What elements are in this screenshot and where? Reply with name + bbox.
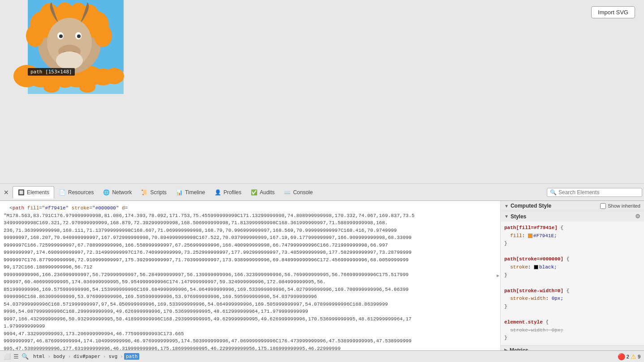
devtools-body: <path fill="#f7941e" stroke="#000000" d=… [0,201,644,350]
code-panel[interactable]: <path fill="#f7941e" stroke="#000000" d=… [0,201,501,350]
tab-timeline[interactable]: 📊 Timeline [171,186,210,199]
tab-resources-label: Resources [68,189,94,196]
css-prop-stroke: stroke [510,264,528,270]
tab-scripts-label: Scripts [150,189,167,196]
svg-point-27 [56,51,83,69]
breadcrumb-svg[interactable]: svg [107,353,119,360]
breadcrumb-path[interactable]: path [124,353,140,360]
styles-content: path[fill=#f7941e] { fill: #F7941E; } pa… [501,221,644,345]
breadcrumb-sep-1: › [48,353,51,359]
svg-point-28 [43,82,60,93]
styles-panel: Computed Style Show inherited Styles ⚙ [501,201,644,350]
canvas-area: Import SVG [0,0,644,183]
css-selector-3: path[stroke-width=0] [504,288,563,294]
css-rule-3: path[stroke-width=0] { stroke-width: 0px… [504,287,640,311]
css-selector-4: element.style [504,319,543,325]
scripts-icon: 📜 [141,189,148,196]
css-selector-1: path[fill=#f7941e] [504,225,558,230]
search-icon: 🔍 [550,189,557,196]
svg-point-29 [79,82,95,93]
search-input[interactable] [558,189,639,196]
tab-audits-label: Audits [260,189,275,196]
computed-style-header[interactable]: Computed Style Show inherited [501,201,644,211]
styles-section: Styles ⚙ path[fill=#f7941e] { fill: #F79… [501,211,644,345]
svg-artwork: path [153×148] [0,0,128,94]
tab-elements-label: Elements [27,189,49,196]
breadcrumb-div-paper[interactable]: div#paper [72,353,102,360]
computed-style-triangle [504,204,509,209]
devtools-bottom-bar: ⬜ ☰ 🔍 html › body › div#paper › svg › pa… [0,350,644,362]
tab-profiles[interactable]: 👤 Profiles [210,186,246,199]
css-prop-fill: fill [510,233,522,238]
tab-console-label: Console [293,189,313,196]
tab-scripts[interactable]: 📜 Scripts [136,186,171,199]
tab-profiles-label: Profiles [223,189,241,196]
computed-style-section: Computed Style Show inherited [501,201,644,211]
settings-icon[interactable]: ☰ [13,353,19,360]
warning-icon: ⚠ [631,353,636,360]
css-val-fill: #F7941E; [528,233,557,238]
css-val-stroke-width: 0px; [552,296,563,301]
css-prop-sw-strikethrough: stroke-width [510,328,545,333]
metrics-section: Metrics [501,345,644,350]
css-rule-1: path[fill=#f7941e] { fill: #F7941E; } [504,224,640,248]
search-bottom-icon[interactable]: 🔍 [21,353,29,360]
error-badge: 🔴 2 ⚠ 9 [618,353,640,360]
breadcrumb-sep-3: › [103,353,106,359]
warning-count: 9 [638,354,640,359]
metrics-label: Metrics [510,347,528,350]
network-icon: 🌐 [103,189,110,196]
tab-network-label: Network [112,189,132,196]
breadcrumb-sep-4: › [120,353,123,359]
path-tooltip: path [153×148] [28,68,75,76]
css-val-stroke: black; [534,264,557,270]
tab-resources[interactable]: 📄 Resources [54,186,98,199]
svg-point-12 [26,25,44,47]
css-rule-4: element.style { stroke-width: 0px; } [504,319,640,342]
show-inherited-checkbox[interactable] [600,203,606,209]
devtools-panel: ✕ 🔲 Elements 📄 Resources 🌐 Network 📜 Scr… [0,183,644,362]
elements-icon: 🔲 [17,189,25,196]
svg-point-23 [77,34,81,38]
metrics-header[interactable]: Metrics [501,345,644,350]
tab-console[interactable]: ⌨️ Console [279,186,317,199]
scroll-arrow: ▶ [497,273,499,279]
show-inherited-label: Show inherited [600,203,640,209]
svg-point-9 [104,68,124,84]
tab-audits[interactable]: ✅ Audits [246,186,279,199]
css-prop-stroke-width: stroke-width [510,296,545,301]
tab-timeline-label: Timeline [185,189,205,196]
breadcrumb-sep-2: › [68,353,71,359]
css-selector-2: path[stroke=#000000] [504,256,563,262]
fill-color-swatch [528,234,532,238]
css-rule-2: path[stroke=#000000] { stroke: black; } [504,256,640,279]
error-count: 2 [627,354,629,359]
breadcrumb-body[interactable]: body [52,353,67,360]
styles-settings-icon[interactable]: ⚙ [635,213,640,220]
svg-point-22 [59,34,63,38]
import-svg-button[interactable]: Import SVG [591,6,635,18]
resources-icon: 📄 [59,189,66,196]
styles-triangle [504,214,509,219]
console-icon: ⌨️ [283,189,291,196]
show-inherited-text: Show inherited [608,203,640,209]
stroke-color-swatch [534,265,538,269]
breadcrumb-html[interactable]: html [31,353,47,360]
search-box: 🔍 [547,188,642,197]
tab-elements[interactable]: 🔲 Elements [13,186,54,199]
profiles-icon: 👤 [214,189,221,196]
styles-label: Styles [511,213,526,220]
svg-point-14 [94,25,112,47]
styles-header[interactable]: Styles ⚙ [501,211,644,221]
audits-icon: ✅ [250,189,258,196]
code-content: <path fill="#f7941e" stroke="#000000" d=… [0,203,500,350]
devtools-close-button[interactable]: ✕ [2,188,11,197]
tab-network[interactable]: 🌐 Network [98,186,136,199]
timeline-icon: 📊 [176,189,183,196]
computed-style-label: Computed Style [511,203,551,209]
devtools-toolbar: ✕ 🔲 Elements 📄 Resources 🌐 Network 📜 Scr… [0,184,644,201]
breadcrumb-bar: html › body › div#paper › svg › path [31,353,615,360]
dock-icon[interactable]: ⬜ [4,353,11,360]
error-icon: 🔴 [618,353,625,360]
